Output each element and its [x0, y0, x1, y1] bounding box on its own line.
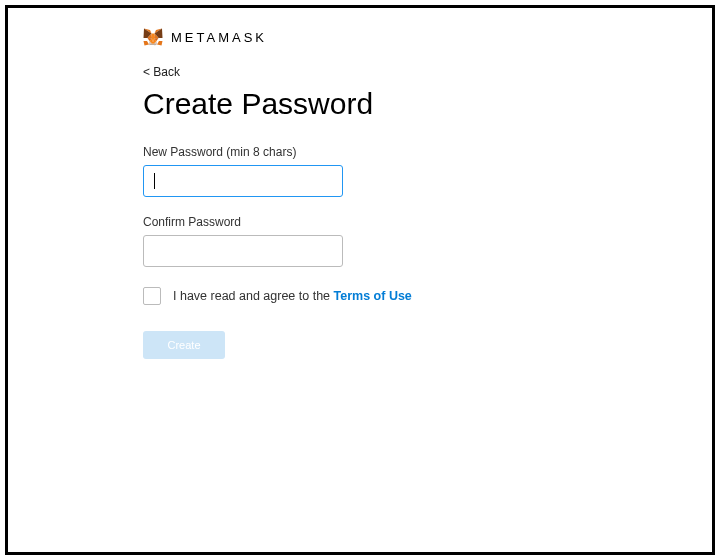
confirm-password-label: Confirm Password [143, 215, 508, 229]
app-frame: METAMASK < Back Create Password New Pass… [5, 5, 715, 555]
new-password-field-group: New Password (min 8 chars) [143, 145, 508, 197]
confirm-password-input[interactable] [143, 235, 343, 267]
confirm-password-field-group: Confirm Password [143, 215, 508, 267]
page-title: Create Password [143, 87, 508, 121]
terms-row: I have read and agree to the Terms of Us… [143, 287, 508, 305]
svg-marker-3 [144, 41, 150, 46]
terms-checkbox[interactable] [143, 287, 161, 305]
new-password-label: New Password (min 8 chars) [143, 145, 508, 159]
metamask-fox-icon [143, 28, 163, 46]
brand-name: METAMASK [171, 30, 267, 45]
main-content: < Back Create Password New Password (min… [8, 62, 508, 359]
new-password-input[interactable] [143, 165, 343, 197]
svg-marker-2 [157, 41, 163, 46]
app-header: METAMASK [8, 28, 712, 46]
text-cursor-icon [154, 173, 155, 189]
terms-of-use-link[interactable]: Terms of Use [334, 289, 412, 303]
terms-text: I have read and agree to the Terms of Us… [173, 289, 412, 303]
create-button[interactable]: Create [143, 331, 225, 359]
terms-prefix: I have read and agree to the [173, 289, 334, 303]
back-link[interactable]: < Back [143, 65, 180, 79]
